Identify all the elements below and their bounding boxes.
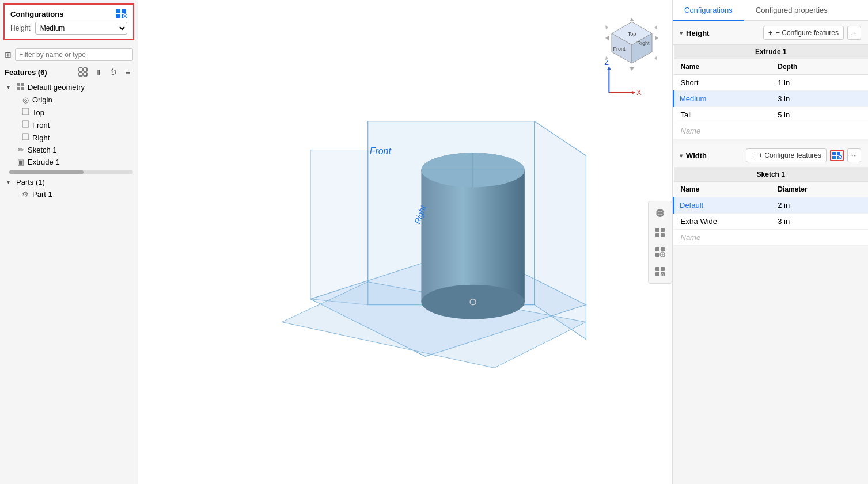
width-configure-btn[interactable]: + + Configure features xyxy=(746,148,827,162)
svg-rect-64 xyxy=(655,272,659,276)
width-more-btn[interactable]: ··· xyxy=(847,148,861,162)
height-short-name: Short xyxy=(674,75,771,91)
part1-icon: ⚙ xyxy=(21,190,30,199)
tree-scrollbar[interactable] xyxy=(9,170,133,174)
tree-right[interactable]: Right xyxy=(5,131,138,144)
right-toolbar: () xyxy=(648,201,672,284)
sketch1-label: Sketch 1 xyxy=(28,146,57,154)
width-table: Sketch 1 Name Diameter Default 2 in Extr… xyxy=(673,167,868,246)
svg-marker-50 xyxy=(605,56,608,60)
width-default-val: 2 in xyxy=(771,197,868,214)
height-short-val: 1 in xyxy=(771,75,868,91)
toolbar-btn-3[interactable] xyxy=(651,243,669,261)
width-extra-name: Extra Wide xyxy=(674,214,771,230)
svg-rect-16 xyxy=(22,121,29,127)
right-panel: Configurations Configured properties ▾ H… xyxy=(672,0,868,484)
tree-origin[interactable]: ◎ Origin xyxy=(5,94,138,106)
svg-rect-7 xyxy=(79,68,82,71)
tree-extrude1[interactable]: ▣ Extrude 1 xyxy=(5,156,138,168)
width-row-default[interactable]: Default 2 in xyxy=(674,197,869,214)
width-config-icon-box xyxy=(830,150,844,161)
height-sub-header: Extrude 1 xyxy=(674,45,869,59)
height-tall-name: Tall xyxy=(674,107,771,123)
clock-icon[interactable]: ⏱ xyxy=(108,67,118,77)
top-label: Top xyxy=(32,108,44,117)
chevron-icon: ▾ xyxy=(7,84,14,90)
origin-icon: ◎ xyxy=(21,96,30,104)
top-plane-icon xyxy=(21,108,30,117)
svg-text:Right: Right xyxy=(637,40,650,46)
tree-front[interactable]: Front xyxy=(5,119,138,131)
svg-rect-63 xyxy=(661,267,665,271)
front-label: Front xyxy=(32,121,50,129)
3d-scene: Front Right X Z xyxy=(138,0,672,484)
svg-text:(): () xyxy=(661,273,664,276)
width-default-name: Default xyxy=(674,197,771,214)
add-feature-icon[interactable] xyxy=(78,67,88,77)
height-row-short[interactable]: Short 1 in xyxy=(674,75,869,91)
viewport[interactable]: Front Right X Z Top Fr xyxy=(138,0,672,484)
height-chevron: ▾ xyxy=(680,30,683,36)
svg-point-52 xyxy=(656,209,664,217)
width-section-title: ▾ Width xyxy=(680,151,707,160)
height-section-actions: + + Configure features ··· xyxy=(763,26,861,40)
width-title-label: Width xyxy=(686,151,707,160)
width-row-new[interactable]: Name xyxy=(674,230,869,246)
parts-chevron: ▾ xyxy=(7,179,14,185)
height-config-row: Height Short Medium Tall xyxy=(10,22,127,35)
tab-configured-properties[interactable]: Configured properties xyxy=(744,0,839,21)
svg-rect-68 xyxy=(837,152,840,155)
toolbar-btn-2[interactable] xyxy=(651,223,669,242)
origin-label: Origin xyxy=(32,96,52,104)
svg-rect-55 xyxy=(655,233,659,237)
svg-marker-46 xyxy=(630,18,634,21)
feature-tree: ▾ Default geometry ◎ Origin Top Front xyxy=(0,81,138,484)
svg-text:Top: Top xyxy=(628,31,636,37)
width-chevron: ▾ xyxy=(680,153,683,159)
width-row-extra[interactable]: Extra Wide 3 in xyxy=(674,214,869,230)
tab-configurations[interactable]: Configurations xyxy=(673,0,744,21)
tree-part1[interactable]: ⚙ Part 1 xyxy=(5,188,138,200)
height-col-depth: Depth xyxy=(771,59,868,75)
height-tall-val: 5 in xyxy=(771,107,868,123)
svg-rect-1 xyxy=(122,9,126,13)
features-icons: ⏸ ⏱ ≡ xyxy=(78,67,133,77)
view-cube[interactable]: Top Front Right xyxy=(603,17,661,75)
list-icon[interactable]: ≡ xyxy=(123,67,133,77)
tabs-row: Configurations Configured properties xyxy=(673,0,868,21)
parts-label: Parts (1) xyxy=(16,178,45,186)
svg-rect-58 xyxy=(661,247,665,251)
toolbar-btn-1[interactable] xyxy=(651,204,669,222)
height-row-medium[interactable]: Medium 3 in xyxy=(674,91,869,107)
tree-top[interactable]: Top xyxy=(5,106,138,119)
width-extra-val: 3 in xyxy=(771,214,868,230)
svg-marker-33 xyxy=(632,91,635,94)
extrude1-label: Extrude 1 xyxy=(28,158,60,166)
configurations-box: Configurations Height Short Medium Tall xyxy=(3,3,134,40)
width-section: ▾ Width + + Configure features xyxy=(673,144,868,246)
svg-rect-0 xyxy=(116,9,120,13)
height-select[interactable]: Short Medium Tall xyxy=(35,22,127,35)
front-plane-icon xyxy=(21,120,30,129)
width-new-name: Name xyxy=(674,230,869,246)
toolbar-btn-4[interactable]: () xyxy=(651,262,669,281)
height-configure-btn[interactable]: + + Configure features xyxy=(763,26,844,40)
right-label: Right xyxy=(32,134,50,142)
height-more-btn[interactable]: ··· xyxy=(847,26,861,40)
pause-icon[interactable]: ⏸ xyxy=(93,67,103,77)
svg-point-25 xyxy=(421,285,524,319)
tree-default-geometry[interactable]: ▾ Default geometry xyxy=(5,81,138,94)
config-title-label: Configurations xyxy=(10,10,63,18)
height-section: ▾ Height + + Configure features ··· Extr… xyxy=(673,21,868,139)
svg-rect-59 xyxy=(655,253,659,257)
filter-input[interactable] xyxy=(15,48,133,61)
svg-rect-11 xyxy=(17,83,20,86)
height-configure-label: + Configure features xyxy=(776,29,839,37)
tree-sketch1[interactable]: ✏ Sketch 1 xyxy=(5,144,138,156)
height-row-new[interactable]: Name xyxy=(674,123,869,139)
right-plane-icon xyxy=(21,133,30,142)
height-new-name: Name xyxy=(674,123,869,139)
tree-parts[interactable]: ▾ Parts (1) xyxy=(5,176,138,188)
height-row-tall[interactable]: Tall 5 in xyxy=(674,107,869,123)
height-label: Height xyxy=(10,24,31,32)
